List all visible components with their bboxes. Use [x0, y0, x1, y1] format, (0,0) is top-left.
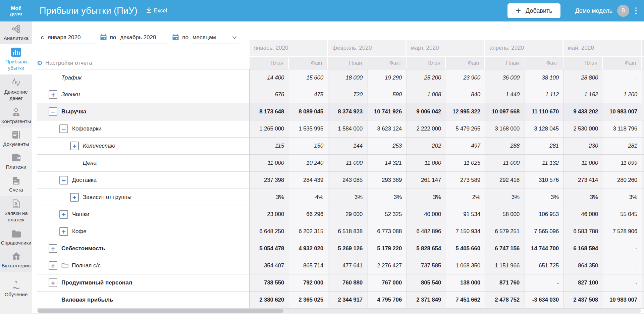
plan-value-cell: 14 400	[250, 69, 289, 86]
month-column-header: март, 2020	[407, 40, 485, 56]
profit-loss-icon	[11, 48, 21, 57]
from-date-field[interactable]: января 2020	[47, 34, 97, 44]
kebab-menu-icon[interactable]	[635, 7, 637, 14]
excel-export-button[interactable]: Excel	[146, 7, 167, 14]
fact-value-cell: -3 634 030	[524, 292, 564, 309]
calendar-icon[interactable]	[172, 34, 179, 41]
collapse-toggle-icon[interactable]: −	[59, 124, 68, 133]
fact-value-cell: 14 321	[367, 155, 407, 172]
sidebar-item-payment-request[interactable]: SЗаявки наплатеж	[0, 196, 32, 226]
sidebar-item-profit-loss[interactable]: Прибылиубытки	[0, 44, 32, 74]
fact-value-cell: 767 000	[367, 274, 407, 292]
fact-value-cell: 253	[367, 138, 407, 155]
account-name[interactable]: Демо модель	[575, 7, 612, 14]
plan-subcolumn-header: План	[485, 57, 524, 69]
expand-toggle-icon[interactable]: +	[70, 193, 79, 202]
horizontal-scrollbar-thumb[interactable]	[38, 309, 283, 313]
plan-value-cell: 288	[485, 138, 524, 155]
sidebar-item-invoices[interactable]: Счета	[0, 173, 32, 196]
fact-value-cell: 8 089 045	[289, 103, 328, 120]
expand-toggle-icon[interactable]: +	[70, 142, 79, 150]
horizontal-scrollbar	[37, 309, 641, 313]
plan-value-cell: 11 000	[564, 155, 603, 172]
table-row: Валовая прибыль2 380 6202 365 0252 344 9…	[37, 292, 644, 309]
fact-value-cell: 150	[289, 138, 328, 155]
expand-toggle-icon[interactable]: +	[49, 244, 57, 253]
row-label-cell: +Количество	[37, 138, 250, 155]
row-label-cell: Цена	[37, 155, 250, 172]
table-row: +Продуктивный персонал738 550792 000760 …	[37, 274, 644, 292]
row-label-cell: −Кофеварки	[37, 120, 250, 138]
expand-toggle-icon[interactable]: +	[49, 261, 57, 270]
sidebar-item-label: платеж	[8, 216, 24, 223]
fact-value-cell: -	[603, 257, 642, 274]
add-button[interactable]: + Добавить	[507, 3, 560, 18]
plan-value-cell: 6 482 896	[407, 223, 446, 240]
accounting-icon	[12, 252, 21, 261]
clipped-next-column	[642, 40, 644, 56]
sidebar-item-accounting[interactable]: Бухгалтерия	[0, 249, 32, 272]
plan-value-cell: 864 350	[564, 257, 603, 274]
plan-value-cell: 8 374 923	[328, 103, 367, 120]
sidebar-item-label: Обучение	[5, 291, 28, 298]
fact-value-cell: 281	[603, 138, 642, 155]
sidebar-item-education[interactable]: ?Обучение	[0, 278, 32, 301]
expand-toggle-icon[interactable]: +	[49, 278, 57, 287]
month-column-header: апрель, 2020	[485, 40, 564, 56]
sidebar-item-money-flow[interactable]: ₽Движениеденег	[0, 74, 32, 105]
sidebar-item-analytics[interactable]: Аналитика	[0, 21, 32, 44]
expand-toggle-icon[interactable]: +	[49, 90, 57, 99]
report-settings-button[interactable]: ⚙ Настройки отчета	[37, 57, 250, 69]
sidebar-item-directories[interactable]: Справочники	[0, 226, 32, 249]
calendar-icon[interactable]	[100, 34, 107, 41]
period-select[interactable]: месяцам	[192, 34, 239, 44]
row-label: Доставка	[72, 177, 97, 184]
plan-value-cell: 28 800	[564, 69, 603, 86]
sidebar-item-label: Бухгалтерия	[2, 262, 31, 269]
plan-value-cell: 871 760	[485, 274, 524, 292]
clipped-next-column	[642, 86, 644, 103]
clipped-next-column	[642, 57, 644, 69]
fact-value-cell: 281	[524, 138, 564, 155]
plan-value-cell: 292 418	[485, 172, 524, 189]
collapse-toggle-icon[interactable]: −	[49, 107, 57, 116]
to-date-field[interactable]: декабрь 2020	[119, 34, 169, 44]
row-label-cell: +Чашки	[37, 206, 250, 223]
collapse-toggle-icon[interactable]: −	[59, 176, 68, 185]
fact-value-cell: 865 714	[289, 257, 328, 274]
moe-delo-logo[interactable]: Моё дело	[0, 5, 32, 16]
sidebar-item-label: Платежи	[6, 164, 26, 170]
expand-toggle-icon[interactable]: +	[59, 227, 68, 236]
folder-icon	[61, 263, 68, 268]
row-label-cell: +Себестоимость	[37, 240, 250, 257]
clipped-next-column	[642, 274, 644, 292]
plan-value-cell: 737 585	[407, 257, 446, 274]
fact-value-cell: -	[603, 240, 642, 257]
row-label-cell: +Полная с/с	[37, 257, 250, 274]
fact-value-cell: 106 953	[524, 206, 564, 223]
sidebar-item-label: Счета	[9, 187, 23, 193]
plan-value-cell: 2 222 000	[407, 120, 446, 138]
fact-value-cell: 4%	[289, 189, 328, 206]
plan-value-cell: 261 147	[407, 172, 446, 189]
fact-value-cell: 792 000	[289, 274, 328, 292]
fact-value-cell: 5 479 265	[446, 120, 485, 138]
row-label: Количество	[83, 143, 115, 149]
row-label: Цена	[83, 160, 97, 166]
table-row: −Доставка237 398284 439243 085293 389261…	[37, 172, 644, 189]
avatar[interactable]: B	[617, 5, 629, 17]
sidebar-item-payments[interactable]: Платежи	[0, 150, 32, 173]
fact-value-cell: 23 900	[446, 69, 485, 86]
sidebar-item-documents[interactable]: Документы	[0, 127, 32, 150]
sidebar-item-counterparties[interactable]: Контрагенты	[0, 105, 32, 127]
plan-subcolumn-header: План	[407, 57, 446, 69]
plan-value-cell: 11 000	[407, 155, 446, 172]
row-label: Кофеварки	[72, 125, 101, 132]
fact-value-cell: 284 439	[289, 172, 328, 189]
fact-value-cell: 3 623 124	[367, 120, 407, 138]
expand-toggle-icon[interactable]: +	[59, 210, 68, 219]
clipped-next-column	[642, 223, 644, 240]
row-label: Валовая прибыль	[61, 297, 113, 303]
fact-value-cell: 2 276 427	[367, 257, 407, 274]
fact-value-cell: 11 110 670	[524, 103, 564, 120]
